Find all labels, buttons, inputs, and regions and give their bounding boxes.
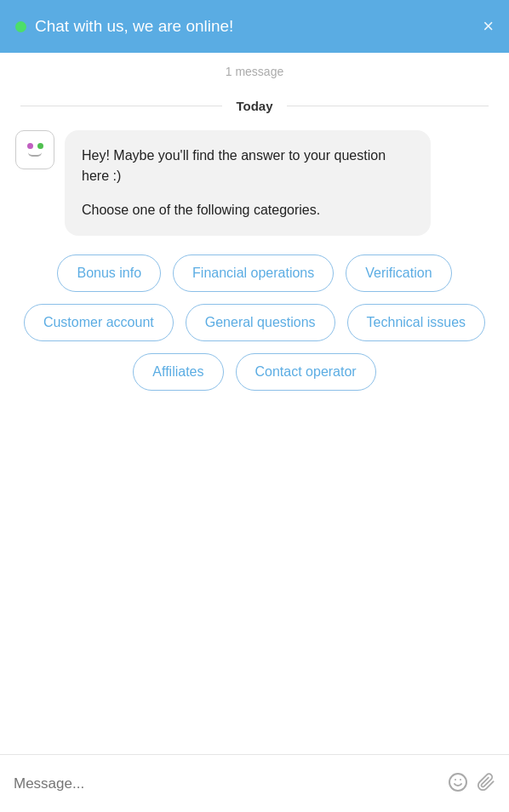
emoji-button[interactable] <box>448 772 468 796</box>
svg-point-0 <box>449 774 466 791</box>
chat-header: Chat with us, we are online! × <box>0 0 509 53</box>
category-btn-technical-issues[interactable]: Technical issues <box>347 304 486 341</box>
bot-message-line2: Choose one of the following categories. <box>82 200 414 220</box>
category-btn-financial-operations[interactable]: Financial operations <box>173 254 334 292</box>
category-btn-affiliates[interactable]: Affiliates <box>133 353 223 391</box>
bot-avatar <box>15 130 54 169</box>
bot-eye-left <box>27 143 33 149</box>
category-btn-bonus-info[interactable]: Bonus info <box>57 254 161 292</box>
chat-spacer <box>0 399 509 754</box>
date-separator: Today <box>0 83 509 122</box>
input-area <box>0 754 509 812</box>
scroll-hint: 1 message <box>0 53 509 83</box>
bot-face <box>27 143 43 157</box>
close-button[interactable]: × <box>483 17 494 36</box>
category-btn-general-questions[interactable]: General questions <box>186 304 335 341</box>
date-label: Today <box>222 99 286 113</box>
bot-message-line1: Hey! Maybe you'll find the answer to you… <box>82 146 414 186</box>
attach-button[interactable] <box>477 773 495 795</box>
bot-mouth <box>28 152 42 157</box>
bot-eyes <box>27 143 43 149</box>
message-input[interactable] <box>14 775 439 792</box>
online-indicator <box>15 21 26 32</box>
header-title: Chat with us, we are online! <box>35 17 233 36</box>
bot-message-row: Hey! Maybe you'll find the answer to you… <box>0 122 509 236</box>
header-left: Chat with us, we are online! <box>15 17 233 36</box>
message-bubble: Hey! Maybe you'll find the answer to you… <box>65 130 431 236</box>
chat-area: 1 message Today Hey! Maybe you'll find t… <box>0 53 509 754</box>
chat-widget: Chat with us, we are online! × 1 message… <box>0 0 509 812</box>
categories-container: Bonus infoFinancial operationsVerificati… <box>0 236 509 399</box>
category-btn-customer-account[interactable]: Customer account <box>24 304 174 341</box>
bot-eye-right <box>37 143 43 149</box>
category-btn-contact-operator[interactable]: Contact operator <box>236 353 376 391</box>
category-btn-verification[interactable]: Verification <box>346 254 451 292</box>
